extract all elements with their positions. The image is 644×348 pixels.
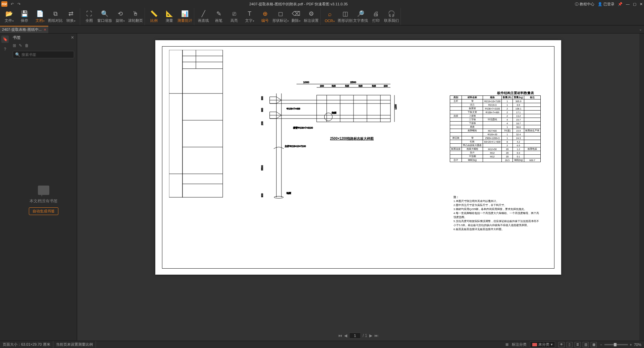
scroll-button[interactable]: 🖱滚轮翻页 [128, 8, 143, 25]
shape-mark-button[interactable]: ◻形状标记▾ [273, 8, 288, 25]
text-search-button[interactable]: 🔎文字查找 [353, 8, 368, 25]
drawing-title: 2500×1200指路标志板大样图 [330, 136, 374, 141]
delete-button[interactable]: ⌫删除▾ [288, 8, 304, 25]
svg-text:300: 300 [261, 96, 263, 100]
measure-button[interactable]: 📐测量 [162, 8, 177, 25]
pdf-viewer[interactable]: 1000 2500 200 525 525 525 525 200 1200 3… [77, 33, 639, 341]
add-bookmark-icon[interactable]: ⊞ [13, 43, 16, 48]
svg-text:200: 200 [384, 85, 388, 87]
right-rail [639, 33, 644, 341]
svg-text:地面: 地面 [286, 192, 291, 194]
status-bar: 页面大小：63.01×29.70 厘米 当前页未设置测量比例 ⊞ 标注分类 未分… [0, 341, 644, 348]
engineering-drawing: 1000 2500 200 525 525 525 525 200 1200 3… [169, 50, 404, 204]
class-selector[interactable]: 未分类 ▾ [530, 341, 555, 348]
svg-text:525: 525 [359, 85, 363, 87]
zoom-in-icon[interactable]: + [630, 343, 632, 347]
zoom-slider[interactable] [604, 344, 628, 345]
scale-button[interactable]: 📏比例 [146, 8, 162, 25]
mark-class-icon[interactable]: ⊞ [505, 342, 508, 347]
delete-bookmark-icon[interactable]: 🗑 [25, 43, 29, 48]
title-bar: PDF ↶ ↷ 2407-提取表格-图纸中的附表.pdf - PDF 快速看图 … [0, 0, 644, 8]
graphic-rec-button[interactable]: ◫图形识别 [337, 8, 353, 25]
main-toolbar: 📂文件▾ 💾保存 📄文档▾ ⧉图纸对比 ⇄转换▾ ⛶全图 🔍窗口缩放 ⟲旋转▾ … [0, 8, 644, 25]
measure-stats-button[interactable]: 📊测量统计 [177, 8, 193, 25]
close-icon[interactable]: ✕ [640, 2, 643, 6]
page-total: / 1 [363, 333, 367, 338]
chevron-down-icon: ▾ [551, 342, 553, 347]
main-area: 🔖 ? 书签 ✕ ⊞ ✎ 🗑 🔍 本文档没有书签 自动生成书签 [0, 33, 644, 341]
svg-text:900: 900 [261, 108, 263, 112]
print-button[interactable]: 🖨打印 [368, 8, 384, 25]
svg-text:525: 525 [345, 85, 349, 87]
mark-class-label: 标注分类 [512, 342, 527, 347]
bookmark-search-input[interactable] [21, 53, 72, 57]
compare-button[interactable]: ⧉图纸对比 [48, 8, 63, 25]
pen-button[interactable]: ✎画笔 [211, 8, 226, 25]
tab-bar: 2407-提取表格-图纸中... ✕ ⌄ [0, 25, 644, 33]
view-mode-grid-icon[interactable]: ▦ [591, 342, 597, 347]
bookmark-empty-icon [38, 186, 49, 195]
view-mode-double-icon[interactable]: ▥ [583, 342, 589, 347]
login-status[interactable]: 👤 已登录 [598, 2, 614, 7]
last-page-icon[interactable]: ⏭ [374, 333, 378, 338]
view-mode-eye-icon[interactable]: 👁 [558, 342, 565, 347]
svg-point-26 [324, 113, 332, 121]
zoom-value: 70% [634, 343, 641, 347]
svg-text:抱箍: 抱箍 [332, 112, 336, 114]
svg-text:200: 200 [261, 121, 263, 125]
svg-text:300: 300 [261, 193, 263, 197]
next-page-icon[interactable]: ▶ [369, 333, 372, 338]
left-strip: 🔖 ? [0, 33, 10, 341]
save-button[interactable]: 💾保存 [17, 8, 32, 25]
svg-point-15 [274, 196, 283, 198]
svg-text:5500: 5500 [261, 165, 263, 170]
auto-bookmark-button[interactable]: 自动生成书签 [29, 207, 58, 215]
ocr-button[interactable]: ⌕OCR▾ [322, 8, 337, 25]
undo-icon[interactable]: ↶ [9, 2, 15, 6]
sidebar-close-icon[interactable]: ✕ [71, 35, 74, 40]
zoom-out-icon[interactable]: − [600, 343, 602, 347]
bookmark-search[interactable]: 🔍 [13, 51, 74, 58]
help-center-link[interactable]: ⓘ 教程中心 [575, 2, 594, 7]
prev-page-icon[interactable]: ◀ [344, 333, 347, 338]
drawing-notes: 注： 1.本图尺寸除注明外其余均以毫米计。2.图中所注尺寸皆为实际尺寸，非下料尺… [453, 195, 541, 231]
sidebar-title: 书签 [13, 35, 21, 41]
text-button[interactable]: T文字▾ [242, 8, 257, 25]
maximize-icon[interactable]: ▢ [633, 2, 636, 6]
first-page-icon[interactable]: ⏮ [338, 333, 342, 338]
file-button[interactable]: 📂文件▾ [1, 8, 17, 25]
contact-button[interactable]: 🎧联系我们 [384, 8, 399, 25]
minimize-icon[interactable]: — [626, 2, 630, 6]
number-button[interactable]: ⊕编号 [257, 8, 273, 25]
page-input[interactable] [349, 333, 361, 339]
search-icon: 🔍 [15, 52, 20, 57]
highlight-button[interactable]: ⎚高亮 [226, 8, 242, 25]
pin-icon[interactable]: 📌 [618, 2, 623, 6]
material-table: 类别材料名称规格数量(件)重量(kg)备注 主杆管Φ219×10×7100136… [450, 95, 541, 162]
zoom-control: − + 70% [600, 343, 641, 347]
bookmark-panel-icon[interactable]: 🔖 [1, 36, 9, 43]
svg-text:200: 200 [320, 85, 324, 87]
fullscreen-button[interactable]: ⛶全图 [82, 8, 97, 25]
app-logo: PDF [1, 1, 7, 7]
pdf-page: 1000 2500 200 525 525 525 525 200 1200 3… [155, 40, 561, 275]
material-table-title: 板件结构主要材料数量表 [497, 91, 534, 95]
tab-label: 2407-提取表格-图纸中... [2, 27, 42, 32]
convert-button[interactable]: ⇄转换▾ [63, 8, 78, 25]
view-mode-continuous-icon[interactable]: ≣ [575, 342, 581, 347]
bookmark-sidebar: 书签 ✕ ⊞ ✎ 🗑 🔍 本文档没有书签 自动生成书签 [10, 33, 77, 341]
redo-icon[interactable]: ↷ [15, 2, 22, 6]
help-panel-icon[interactable]: ? [1, 46, 9, 53]
svg-text:525: 525 [332, 85, 336, 87]
expand-tabs-icon[interactable]: ⌄ [639, 27, 642, 31]
tab-close-icon[interactable]: ✕ [44, 28, 46, 31]
doc-button[interactable]: 📄文档▾ [32, 8, 48, 25]
mark-setting-button[interactable]: ⚙标注设置 [304, 8, 319, 25]
window-zoom-button[interactable]: 🔍窗口缩放 [97, 8, 112, 25]
class-color-swatch [532, 343, 537, 346]
rotate-button[interactable]: ⟲旋转▾ [112, 8, 128, 25]
view-mode-single-icon[interactable]: ▯ [567, 342, 573, 347]
document-tab[interactable]: 2407-提取表格-图纸中... ✕ [0, 26, 48, 33]
line-button[interactable]: ╱画直线 [196, 8, 211, 25]
edit-bookmark-icon[interactable]: ✎ [19, 43, 22, 48]
